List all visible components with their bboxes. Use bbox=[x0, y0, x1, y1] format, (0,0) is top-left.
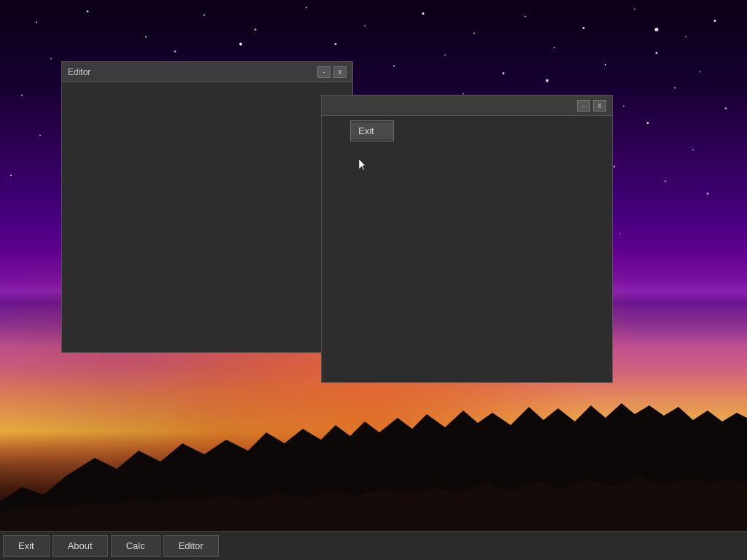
second-close-button[interactable]: x bbox=[593, 100, 606, 112]
editor-content bbox=[62, 82, 352, 352]
svg-point-68 bbox=[239, 42, 242, 45]
svg-point-4 bbox=[255, 28, 257, 31]
context-menu: Exit bbox=[350, 120, 394, 141]
svg-point-40 bbox=[725, 107, 727, 109]
cursor bbox=[359, 159, 368, 172]
second-window-controls: - x bbox=[577, 100, 606, 112]
svg-point-5 bbox=[306, 7, 307, 8]
svg-point-16 bbox=[174, 50, 177, 52]
svg-point-66 bbox=[665, 180, 666, 182]
editor-window-controls: - x bbox=[317, 66, 347, 78]
svg-point-41 bbox=[39, 134, 41, 136]
svg-point-54 bbox=[10, 174, 12, 176]
svg-point-12 bbox=[685, 36, 686, 37]
svg-point-21 bbox=[444, 54, 446, 55]
svg-point-1 bbox=[87, 10, 89, 12]
editor-minimize-button[interactable]: - bbox=[317, 66, 330, 78]
second-titlebar[interactable]: - x bbox=[322, 96, 612, 116]
svg-point-76 bbox=[619, 233, 621, 234]
svg-point-10 bbox=[583, 27, 585, 29]
svg-point-70 bbox=[655, 28, 659, 31]
mountain-silhouette bbox=[0, 400, 747, 531]
svg-point-9 bbox=[525, 15, 526, 17]
editor-window: Editor - x bbox=[61, 61, 353, 353]
taskbar-exit-button[interactable]: Exit bbox=[3, 535, 50, 557]
taskbar: Exit About Calc Editor bbox=[0, 531, 747, 560]
svg-point-2 bbox=[145, 36, 147, 37]
svg-point-67 bbox=[707, 192, 709, 195]
svg-point-8 bbox=[473, 32, 475, 34]
svg-point-52 bbox=[647, 122, 649, 124]
taskbar-about-button[interactable]: About bbox=[53, 535, 108, 557]
taskbar-calc-button[interactable]: Calc bbox=[111, 535, 160, 557]
svg-point-24 bbox=[605, 63, 606, 65]
second-content bbox=[322, 116, 612, 382]
svg-point-53 bbox=[692, 149, 694, 150]
svg-point-7 bbox=[422, 12, 425, 15]
svg-point-23 bbox=[554, 47, 555, 48]
editor-titlebar[interactable]: Editor - x bbox=[62, 62, 352, 82]
svg-point-14 bbox=[50, 58, 52, 59]
svg-point-11 bbox=[634, 8, 635, 9]
svg-point-69 bbox=[546, 79, 549, 82]
editor-title: Editor bbox=[68, 67, 317, 77]
svg-point-26 bbox=[700, 71, 701, 72]
svg-point-38 bbox=[623, 105, 624, 106]
svg-point-3 bbox=[204, 14, 205, 15]
second-minimize-button[interactable]: - bbox=[577, 100, 590, 112]
svg-point-13 bbox=[714, 20, 716, 22]
editor-close-button[interactable]: x bbox=[333, 66, 347, 78]
svg-point-65 bbox=[614, 166, 615, 167]
svg-point-0 bbox=[36, 21, 37, 23]
svg-point-22 bbox=[503, 72, 505, 74]
svg-point-27 bbox=[21, 94, 23, 96]
svg-point-25 bbox=[656, 52, 658, 54]
svg-point-39 bbox=[674, 87, 676, 88]
svg-point-20 bbox=[393, 65, 395, 66]
taskbar-editor-button[interactable]: Editor bbox=[163, 535, 219, 557]
svg-point-19 bbox=[335, 43, 337, 45]
context-menu-exit[interactable]: Exit bbox=[351, 122, 393, 139]
svg-point-6 bbox=[364, 25, 365, 26]
